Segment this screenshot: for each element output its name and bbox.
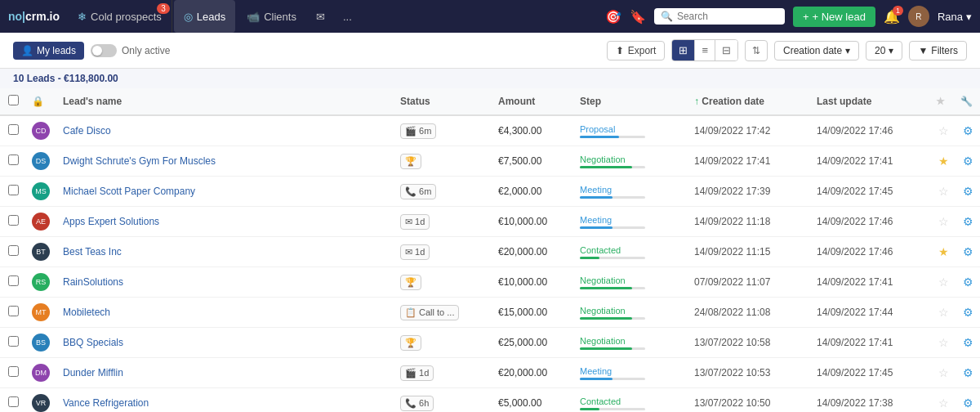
- bookmark-icon[interactable]: 🔖: [630, 9, 646, 25]
- gear-icon[interactable]: ⚙: [963, 396, 973, 410]
- header-star: ★: [931, 88, 956, 115]
- star-icon[interactable]: ☆: [938, 396, 949, 410]
- creation-date-button[interactable]: Creation date ▾: [774, 41, 859, 60]
- per-page-label: 20: [875, 45, 885, 56]
- lead-name-link[interactable]: RainSolutions: [63, 276, 123, 288]
- nav-tab-cold-prospects[interactable]: ❄ Cold prospects 3: [68, 0, 172, 33]
- nav-tab-leads[interactable]: ◎ Leads: [174, 0, 235, 33]
- gear-icon[interactable]: ⚙: [963, 215, 973, 228]
- header-last-update[interactable]: Last update: [808, 88, 931, 115]
- header-status[interactable]: Status: [392, 88, 490, 115]
- step-cell: Contacted: [580, 396, 678, 410]
- gear-icon[interactable]: ⚙: [963, 185, 973, 198]
- step-fill: [580, 136, 619, 138]
- user-chevron-icon: ▾: [966, 11, 972, 23]
- step-label: Contacted: [580, 396, 678, 406]
- lead-name-cell[interactable]: BBQ Specials: [55, 328, 392, 358]
- gear-icon[interactable]: ⚙: [963, 366, 973, 379]
- step-cell: Negotiation: [580, 336, 678, 350]
- lead-name-cell[interactable]: Mobiletech: [55, 298, 392, 328]
- my-leads-button[interactable]: 👤 My leads: [13, 42, 84, 60]
- star-icon[interactable]: ☆: [938, 366, 949, 379]
- bell-icon[interactable]: 🔔 1: [884, 9, 900, 25]
- lead-name-cell[interactable]: Vance Refrigeration: [55, 388, 392, 413]
- status-badge: ✉ 1d: [400, 246, 430, 258]
- gear-icon[interactable]: ⚙: [963, 336, 973, 349]
- gear-icon[interactable]: ⚙: [963, 306, 973, 319]
- lead-name-cell[interactable]: Best Teas Inc: [55, 237, 392, 267]
- last-update-value: 14/09/2022 17:46: [817, 246, 893, 258]
- lead-name-link[interactable]: Mobiletech: [63, 307, 110, 318]
- row-checkbox[interactable]: [8, 215, 19, 226]
- star-icon[interactable]: ☆: [938, 275, 949, 289]
- lead-name-link[interactable]: BBQ Specials: [63, 337, 123, 348]
- search-input[interactable]: [677, 11, 767, 22]
- star-icon[interactable]: ☆: [938, 215, 949, 228]
- star-icon[interactable]: ★: [938, 245, 949, 258]
- header-lead-name[interactable]: Lead's name: [55, 88, 392, 115]
- grid-view-button[interactable]: ⊞: [672, 40, 695, 60]
- lead-name-link[interactable]: Michael Scott Paper Company: [63, 186, 195, 197]
- header-creation-date[interactable]: ↑ Creation date: [686, 88, 808, 115]
- row-checkbox[interactable]: [8, 185, 19, 195]
- filters-button[interactable]: ▼ Filters: [909, 41, 967, 60]
- only-active-toggle[interactable]: [91, 44, 117, 57]
- star-icon[interactable]: ☆: [938, 336, 949, 349]
- star-icon[interactable]: ☆: [938, 185, 949, 198]
- nav-tab-email[interactable]: ✉: [308, 0, 333, 33]
- lead-name-cell[interactable]: Cafe Disco: [55, 115, 392, 146]
- star-icon[interactable]: ☆: [938, 124, 949, 137]
- step-cell: Proposal: [580, 124, 678, 138]
- export-button[interactable]: ⬆ Export: [607, 41, 666, 60]
- lead-name-link[interactable]: Best Teas Inc: [63, 246, 122, 258]
- gear-icon[interactable]: ⚙: [963, 124, 973, 137]
- sort-button[interactable]: ⇅: [745, 40, 768, 61]
- nav-tab-clients[interactable]: 📹 Clients: [237, 0, 306, 33]
- row-checkbox[interactable]: [8, 275, 19, 286]
- step-progress-bar: [580, 408, 645, 410]
- new-lead-button[interactable]: + + New lead: [793, 7, 875, 27]
- row-checkbox[interactable]: [8, 366, 19, 377]
- lead-name-cell[interactable]: Dunder Mifflin: [55, 358, 392, 388]
- per-page-button[interactable]: 20 ▾: [866, 41, 902, 60]
- gear-icon[interactable]: ⚙: [963, 275, 973, 289]
- star-icon[interactable]: ☆: [938, 306, 949, 319]
- lead-name-cell[interactable]: RainSolutions: [55, 267, 392, 298]
- header-step[interactable]: Step: [572, 88, 686, 115]
- lead-name-link[interactable]: Dunder Mifflin: [63, 367, 123, 378]
- lock-icon: 🔒: [32, 96, 44, 107]
- gear-icon[interactable]: ⚙: [963, 245, 973, 258]
- pipeline-view-button[interactable]: ⊟: [715, 40, 737, 60]
- header-checkbox: [0, 88, 27, 115]
- row-checkbox[interactable]: [8, 396, 19, 407]
- row-checkbox[interactable]: [8, 306, 19, 316]
- step-cell: Meeting: [580, 366, 678, 380]
- step-progress-bar: [580, 226, 645, 229]
- target-icon[interactable]: 🎯: [605, 9, 621, 25]
- star-icon[interactable]: ★: [938, 154, 949, 168]
- header-gear[interactable]: 🔧: [956, 88, 980, 115]
- creation-date-value: 14/09/2022 17:39: [694, 186, 770, 197]
- lead-avatar: BT: [32, 243, 50, 261]
- nav-tab-more[interactable]: ...: [335, 0, 360, 33]
- lead-name-cell[interactable]: Dwight Schrute's Gym For Muscles: [55, 146, 392, 177]
- row-checkbox[interactable]: [8, 336, 19, 347]
- lead-name-link[interactable]: Vance Refrigeration: [63, 397, 149, 409]
- lead-name-cell[interactable]: Apps Expert Solutions: [55, 207, 392, 237]
- row-checkbox[interactable]: [8, 124, 19, 135]
- header-amount[interactable]: Amount: [490, 88, 572, 115]
- gear-icon[interactable]: ⚙: [963, 154, 973, 168]
- lead-name-cell[interactable]: Michael Scott Paper Company: [55, 177, 392, 207]
- row-checkbox[interactable]: [8, 154, 19, 165]
- row-checkbox[interactable]: [8, 245, 19, 256]
- step-progress-bar: [580, 317, 645, 320]
- user-menu[interactable]: Rana ▾: [938, 11, 972, 23]
- select-all-checkbox[interactable]: [8, 95, 19, 105]
- only-active-toggle-label[interactable]: Only active: [91, 44, 170, 57]
- lead-name-link[interactable]: Apps Expert Solutions: [63, 216, 159, 227]
- lead-name-link[interactable]: Cafe Disco: [63, 125, 111, 137]
- list-view-button[interactable]: ≡: [695, 40, 715, 60]
- lead-name-link[interactable]: Dwight Schrute's Gym For Muscles: [63, 155, 216, 167]
- search-box[interactable]: 🔍: [654, 8, 785, 25]
- status-badge: 📋 Call to ...: [400, 307, 459, 318]
